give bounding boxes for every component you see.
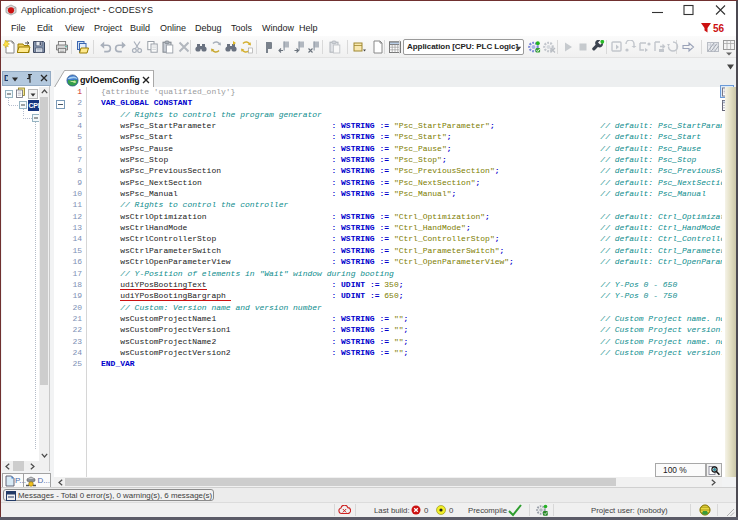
svg-text:56: 56 [713, 23, 725, 34]
